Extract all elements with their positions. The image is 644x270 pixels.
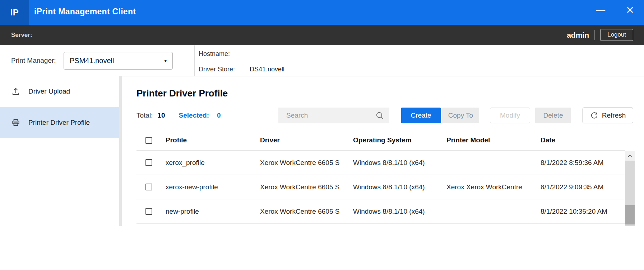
print-manager-dropdown[interactable]: PSM41.novell ▾: [64, 52, 173, 70]
totals-bar: Total: 10 Selected: 0: [136, 108, 221, 123]
table-header-row: Profile Driver Operating System Printer …: [136, 130, 625, 151]
driver-cell: Xerox WorkCentre 6605 S: [260, 175, 343, 199]
hostname-row: Hostname:: [199, 49, 250, 59]
profile-cell: xerox_profile: [166, 151, 205, 175]
os-cell: Windows 8/8.1/10 (x64): [353, 175, 425, 199]
titlebar: IP iPrint Management Client — ✕: [0, 0, 644, 25]
select-all-checkbox[interactable]: [145, 137, 152, 144]
upload-icon: [11, 87, 20, 96]
printer-model-cell: Xerox Xerox WorkCentre: [446, 175, 537, 199]
printer-model-cell: [446, 199, 537, 223]
logged-in-user: admin: [567, 31, 589, 39]
selected-label: Selected:: [179, 112, 209, 119]
row-select-cell: [145, 199, 152, 223]
chevron-up-icon: [627, 154, 633, 158]
driver-store-row: Driver Store: DS41.novell: [199, 64, 284, 74]
sidebar-item-printer-driver-profile[interactable]: Printer Driver Profile: [0, 107, 119, 138]
panel-divider: [194, 45, 195, 76]
refresh-icon: [590, 112, 598, 120]
hostname-label: Hostname:: [199, 50, 250, 58]
column-header-profile: Profile: [166, 130, 187, 150]
select-all-cell: [145, 130, 152, 150]
driver-cell: Xerox WorkCentre 6605 S: [260, 199, 343, 223]
sidebar-divider: [119, 76, 122, 226]
app-window: IP iPrint Management Client — ✕ Server: …: [0, 0, 644, 270]
table-scrollbar[interactable]: [625, 151, 635, 226]
profiles-table: Profile Driver Operating System Printer …: [136, 130, 625, 224]
row-select-cell: [145, 151, 152, 175]
copy-to-button[interactable]: Copy To: [442, 108, 479, 123]
date-cell: 8/1/2022 9:09:35 AM: [541, 175, 603, 199]
row-checkbox[interactable]: [145, 184, 152, 190]
row-select-cell: [145, 175, 152, 199]
vertical-divider: [594, 30, 595, 40]
date-cell: 8/1/2022 8:59:36 AM: [541, 151, 603, 175]
print-manager-label: Print Manager:: [11, 45, 56, 76]
close-button[interactable]: ✕: [622, 0, 638, 20]
os-cell: Windows 8/8.1/10 (x64): [353, 199, 425, 223]
total-value: 10: [157, 112, 165, 119]
driver-cell: Xerox WorkCentre 6605 S: [260, 151, 343, 175]
sidebar-item-label: Driver Upload: [28, 87, 70, 95]
row-checkbox[interactable]: [145, 208, 152, 215]
date-cell: 8/1/2022 10:35:20 AM: [541, 199, 607, 223]
table-row[interactable]: new-profile Xerox WorkCentre 6605 S Wind…: [136, 199, 625, 224]
search-box: [278, 108, 389, 123]
scrollbar-thumb[interactable]: [625, 205, 635, 224]
search-icon: [375, 111, 385, 120]
printer-model-cell: [446, 151, 537, 175]
sidebar-item-label: Printer Driver Profile: [28, 119, 90, 127]
scroll-up-button[interactable]: [625, 151, 635, 161]
driver-store-value: DS41.novell: [250, 66, 284, 73]
sidebar-item-driver-upload[interactable]: Driver Upload: [0, 76, 119, 107]
modify-button[interactable]: Modify: [490, 108, 530, 123]
minimize-button[interactable]: —: [593, 0, 608, 20]
profile-cell: xerox-new-profile: [166, 175, 218, 199]
page-title: Printer Driver Profile: [136, 88, 228, 99]
minimize-icon: —: [596, 5, 605, 16]
column-header-operating-system: Operating System: [353, 130, 412, 150]
app-logo: IP: [0, 0, 29, 25]
refresh-button[interactable]: Refresh: [583, 108, 633, 123]
table-row[interactable]: xerox_profile Xerox WorkCentre 6605 S Wi…: [136, 151, 625, 175]
server-bar: Server: admin Logout: [0, 25, 644, 45]
server-label: Server:: [11, 25, 32, 45]
selected-value: 0: [217, 112, 221, 119]
print-manager-value: PSM41.novell: [70, 57, 114, 65]
column-header-date: Date: [541, 130, 555, 150]
column-header-printer-model: Printer Model: [446, 130, 537, 150]
app-title: iPrint Management Client: [34, 0, 136, 23]
server-user-area: admin Logout: [567, 25, 633, 45]
connection-panel: Print Manager: PSM41.novell ▾ Hostname: …: [0, 45, 644, 76]
row-checkbox[interactable]: [145, 159, 152, 166]
driver-store-label: Driver Store:: [199, 66, 250, 73]
search-input[interactable]: [286, 111, 375, 120]
column-header-driver: Driver: [260, 130, 343, 150]
chevron-down-icon: ▾: [164, 58, 167, 63]
create-button[interactable]: Create: [401, 108, 441, 123]
close-icon: ✕: [626, 4, 634, 16]
refresh-label: Refresh: [602, 112, 626, 119]
delete-button[interactable]: Delete: [535, 108, 571, 123]
table-row[interactable]: xerox-new-profile Xerox WorkCentre 6605 …: [136, 175, 625, 199]
os-cell: Windows 8/8.1/10 (x64): [353, 151, 425, 175]
logout-button[interactable]: Logout: [600, 29, 633, 41]
profile-cell: new-profile: [166, 199, 199, 223]
total-label: Total:: [136, 112, 153, 119]
printer-icon: [11, 118, 20, 127]
